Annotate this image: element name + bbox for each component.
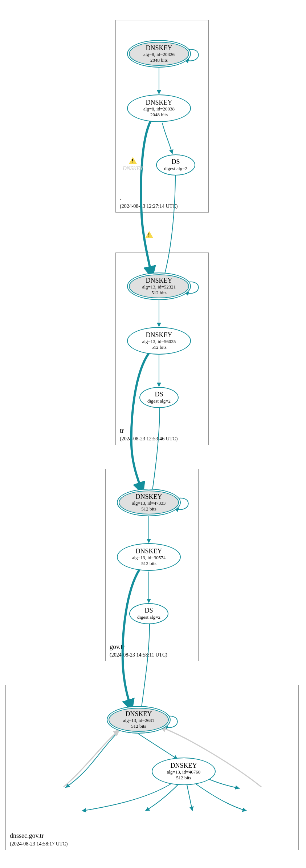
tr-zsk-node: DNSKEY alg=13, id=56035 512 bits [127,327,191,355]
root-ksk-node: DNSKEY alg=8, id=20326 2048 bits [127,40,191,68]
ghost-dnskey: DNSKEY [123,165,143,171]
zone-leaf-name: dnssec.gov.tr [10,832,44,840]
root-ds-node: DS digest alg=2 [156,154,195,175]
root-zsk-node: DNSKEY alg=8, id=20038 2048 bits [127,94,191,122]
node-line1: alg=8, id=20326 [143,52,175,57]
zone-tr-ts: (2024-08-23 12:53:46 UTC) [120,436,178,442]
warning-icon [129,157,137,164]
node-line2: 2048 bits [150,57,168,63]
tr-ksk-node: DNSKEY alg=13, id=52321 512 bits [127,272,191,300]
zone-gov-ts: (2024-08-23 14:58:11 UTC) [110,652,167,658]
tr-ds-node: DS digest alg=2 [139,387,179,408]
gov-ds-node: DS digest alg=2 [129,603,168,624]
zone-root-name: . [120,194,122,202]
leaf-ksk-node: DNSKEY alg=13, id=2631 512 bits [107,706,171,734]
gov-ksk-node: DNSKEY alg=13, id=47333 512 bits [117,489,181,516]
leaf-zsk-node: DNSKEY alg=13, id=46760 512 bits dnssec.… [152,758,216,785]
zone-leaf-ts: (2024-08-23 14:58:17 UTC) [10,841,68,847]
zone-root-ts: (2024-08-23 12:27:14 UTC) [120,203,178,209]
zone-gov-name: gov.tr [110,643,125,651]
zone-tr-name: tr [120,427,124,435]
gov-zsk-node: DNSKEY alg=13, id=30574 512 bits [117,543,181,571]
warning-icon [145,231,153,238]
node-title: DNSKEY [146,45,172,52]
